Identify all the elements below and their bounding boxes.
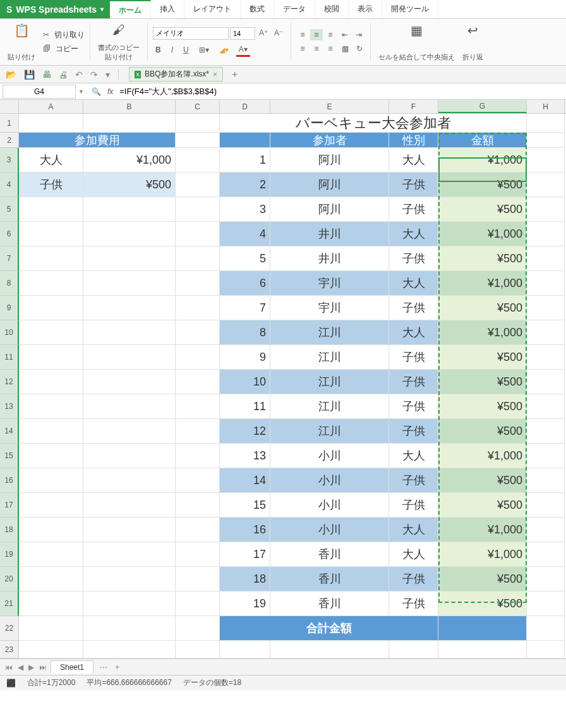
cell[interactable] [527, 394, 565, 419]
cell[interactable] [527, 345, 565, 370]
cell[interactable] [83, 370, 176, 394]
menu-tab[interactable]: 表示 [349, 0, 382, 18]
cell[interactable] [19, 641, 83, 658]
cell[interactable]: ¥500 [83, 173, 176, 197]
cell[interactable]: 18 [220, 567, 270, 592]
cell[interactable] [176, 197, 220, 222]
cell[interactable]: 小川 [270, 468, 389, 493]
cell[interactable]: 小川 [270, 493, 389, 518]
cell[interactable]: 大人 [389, 542, 438, 567]
cell[interactable]: 8 [220, 320, 270, 345]
menu-tab[interactable]: データ [274, 0, 315, 18]
cell[interactable]: ¥500 [438, 296, 527, 320]
cell[interactable]: 大人 [389, 148, 438, 173]
font-size-input[interactable] [230, 27, 255, 40]
cell[interactable]: ¥500 [438, 419, 527, 444]
cell[interactable]: 12 [220, 419, 270, 444]
search-icon[interactable]: 🔍 [92, 87, 101, 96]
formula-input[interactable] [116, 85, 566, 99]
indent-inc-icon[interactable]: ⇥ [353, 29, 364, 40]
cell[interactable]: 子供 [389, 296, 438, 320]
border-button[interactable]: ⊞▾ [196, 44, 212, 56]
cell[interactable] [527, 444, 565, 468]
name-box[interactable] [3, 85, 76, 99]
cell[interactable] [83, 345, 176, 370]
cell[interactable]: ¥1,000 [83, 148, 176, 173]
cell[interactable]: 井川 [270, 222, 389, 246]
app-title[interactable]: S WPS Spreadsheets ▾ [0, 0, 110, 18]
cell[interactable] [176, 320, 220, 345]
cell[interactable]: 11 [220, 394, 270, 419]
menu-tab[interactable]: 校閲 [315, 0, 349, 18]
cell[interactable] [176, 567, 220, 592]
print-icon[interactable]: 🖨 [57, 68, 69, 81]
align-bottom-icon[interactable]: ≡ [324, 29, 337, 40]
row-header[interactable]: 13 [0, 394, 19, 419]
cell[interactable] [83, 493, 176, 518]
row-header[interactable]: 11 [0, 345, 19, 370]
redo-icon[interactable]: ↷ [88, 68, 100, 81]
cell[interactable]: 井川 [270, 246, 389, 271]
col-header[interactable]: F [389, 100, 438, 113]
cell[interactable] [176, 133, 220, 148]
cell[interactable] [176, 173, 220, 197]
italic-button[interactable]: I [169, 44, 176, 56]
cell[interactable]: ¥1,000 [438, 518, 527, 542]
cell[interactable]: 子供 [389, 468, 438, 493]
cell[interactable]: ¥1,000 [438, 542, 527, 567]
cell[interactable] [19, 271, 83, 296]
cell[interactable] [19, 567, 83, 592]
cell[interactable] [83, 419, 176, 444]
font-color-button[interactable]: A▾ [236, 44, 250, 57]
copy-label[interactable]: コピー [56, 44, 78, 54]
cell[interactable] [176, 296, 220, 320]
cell[interactable]: 2 [220, 173, 270, 197]
col-header[interactable]: H [527, 100, 565, 113]
paste-group[interactable]: 📋 貼り付け [5, 23, 38, 62]
cell[interactable] [220, 641, 270, 658]
cell[interactable]: 子供 [389, 246, 438, 271]
cell[interactable] [220, 133, 270, 148]
cell[interactable] [83, 641, 176, 658]
cell[interactable]: 子供 [389, 394, 438, 419]
cell[interactable]: 小川 [270, 444, 389, 468]
cell[interactable] [176, 493, 220, 518]
cell[interactable] [176, 148, 220, 173]
namebox-dropdown-icon[interactable]: ▼ [78, 88, 84, 95]
row-header[interactable]: 20 [0, 567, 19, 592]
cell[interactable] [270, 641, 389, 658]
cell[interactable] [19, 114, 83, 133]
cell[interactable]: ¥1,000 [438, 271, 527, 296]
cell[interactable]: ¥500 [438, 394, 527, 419]
row-header[interactable]: 10 [0, 320, 19, 345]
cell[interactable]: ¥500 [438, 493, 527, 518]
cell[interactable] [19, 518, 83, 542]
cell[interactable]: 子供 [389, 345, 438, 370]
cell[interactable]: 19 [220, 592, 270, 616]
cell[interactable] [527, 370, 565, 394]
row-header[interactable]: 1 [0, 114, 19, 133]
save-icon[interactable]: 💾 [22, 68, 37, 81]
cell[interactable]: 子供 [389, 493, 438, 518]
cell[interactable] [389, 641, 438, 658]
font-grow-icon[interactable]: A⁺ [256, 27, 270, 40]
col-header[interactable]: G [438, 100, 527, 113]
col-header[interactable]: B [83, 100, 176, 113]
sheet-nav-next-icon[interactable]: ▶ [27, 663, 35, 672]
cell[interactable] [527, 616, 565, 641]
cell[interactable] [527, 542, 565, 567]
row-header[interactable]: 12 [0, 370, 19, 394]
cell[interactable]: ¥500 [438, 370, 527, 394]
cell[interactable]: 宇川 [270, 296, 389, 320]
cell[interactable]: 5 [220, 246, 270, 271]
qat-more-icon[interactable]: ▾ [104, 68, 112, 81]
cell[interactable] [83, 271, 176, 296]
row-header[interactable]: 8 [0, 271, 19, 296]
font-shrink-icon[interactable]: A⁻ [272, 27, 286, 40]
cell[interactable] [176, 370, 220, 394]
undo-icon[interactable]: ↶ [73, 68, 85, 81]
new-tab-icon[interactable]: + [232, 69, 238, 80]
merge-icon[interactable]: ▦ [339, 43, 351, 54]
cell[interactable] [527, 567, 565, 592]
cell[interactable] [19, 468, 83, 493]
